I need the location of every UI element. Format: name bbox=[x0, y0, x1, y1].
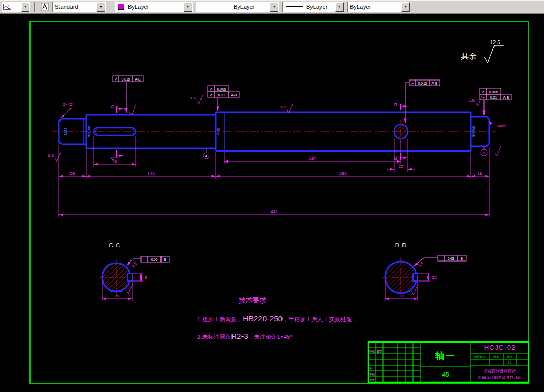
roughness-3-2-a: 3.2 bbox=[123, 107, 129, 112]
text-style-combo[interactable]: Standard ▼ bbox=[52, 2, 106, 12]
fcf-datum: B bbox=[461, 257, 463, 260]
tech-line2-suffix: ，未注倒角1×45° bbox=[248, 334, 293, 340]
title-block-row-label: 审核 bbox=[369, 373, 375, 376]
section-d-label-top: D bbox=[394, 102, 398, 107]
fcf-symbol: = bbox=[143, 258, 145, 262]
drawing-frame bbox=[30, 21, 529, 383]
fcf-datum: B bbox=[164, 258, 166, 262]
styles-properties-toolbar: ▼ Standard ▼ ByLayer ▼ ByLayer ▼ ByLayer bbox=[0, 0, 544, 14]
general-note-value: 12.5 bbox=[490, 39, 500, 45]
tolerance-frame-texts: ↗ 0.015 A-B ↗ 0.005 ↗ 0.01 A-B ↗ 0.015 A… bbox=[114, 77, 509, 262]
fcf-datum: A-B bbox=[135, 77, 141, 81]
sheet-icon bbox=[2, 4, 13, 11]
roughness-1-6-right: 1.6 bbox=[469, 98, 475, 103]
cad-window: ▼ Standard ▼ ByLayer ▼ ByLayer ▼ ByLayer bbox=[0, 0, 544, 392]
plotstyle-combo[interactable]: ByLayer ▼ bbox=[347, 2, 410, 12]
dim-thread: M24 bbox=[64, 128, 67, 135]
dim-phi35: Φ35k6 bbox=[472, 126, 476, 137]
section-dd-title: D-D bbox=[395, 242, 407, 248]
datum-a-label: A bbox=[205, 154, 208, 158]
general-note-label: 其余 bbox=[461, 52, 477, 61]
dropdown-arrow-icon[interactable]: ▼ bbox=[401, 2, 410, 12]
dropdown-arrow-icon[interactable]: ▼ bbox=[21, 2, 29, 12]
lineweight-value: ByLayer bbox=[304, 4, 329, 10]
scale-label: 比例 bbox=[507, 355, 513, 359]
tech-requirement-line-2: 2.未标注圆角R2-3，未注倒角1×45° bbox=[197, 331, 293, 340]
dim-phi30: Φ30k6 bbox=[87, 126, 91, 137]
section-c-label-top: C bbox=[111, 104, 115, 109]
dropdown-arrow-icon[interactable]: ▼ bbox=[335, 2, 344, 12]
plotstyle-value: ByLayer bbox=[348, 4, 373, 10]
dim-phi45: Φ45 bbox=[217, 128, 220, 135]
dropdown-arrow-icon[interactable]: ▼ bbox=[270, 2, 278, 12]
section-dd-width-dim: 37 bbox=[399, 294, 404, 298]
fcf-tolerance: 0.08 bbox=[448, 257, 455, 260]
lineweight-combo[interactable]: ByLayer ▼ bbox=[282, 2, 344, 12]
tech-line1-prefix: 1.粗加工后调质， bbox=[197, 316, 243, 323]
linetype-sample-icon bbox=[199, 7, 230, 7]
title-block-row-label: 处数 bbox=[377, 349, 382, 353]
tech-requirements-title: 技术要求 bbox=[238, 296, 266, 304]
roughness-6-3: 6.3 bbox=[48, 153, 54, 158]
section-d-label-bottom: D bbox=[394, 156, 398, 161]
title-block-row-label: 设计 bbox=[369, 367, 375, 370]
fcf-datum: A-B bbox=[503, 96, 509, 99]
section-dd-roughness: 3.2 bbox=[417, 260, 424, 268]
roughness-3-2-b: 3.2 bbox=[280, 105, 286, 109]
dim-441: 441 bbox=[270, 209, 278, 214]
tolerance-frames bbox=[113, 76, 511, 266]
roughness-1-6-left: 1.6 bbox=[190, 96, 196, 100]
tech-line2-prefix: 2.未标注圆角 bbox=[197, 334, 231, 340]
fcf-tolerance: 0.005 bbox=[489, 90, 498, 94]
fcf-tolerance: 0.01 bbox=[218, 93, 225, 97]
general-roughness-note: 其余 12.5 bbox=[461, 39, 504, 63]
section-view-cc: C-C 26 8 3.2 bbox=[99, 242, 147, 301]
roughness-symbol-icon bbox=[484, 45, 504, 63]
text-style-icon[interactable] bbox=[39, 2, 51, 12]
linetype-value: ByLayer bbox=[231, 4, 257, 10]
fcf-symbol: = bbox=[440, 257, 442, 260]
title-block-row-label: 批准 bbox=[369, 378, 375, 382]
fcf-tolerance: 0.015 bbox=[122, 77, 130, 81]
organization-line-2: 机械设计制造及其自动化 bbox=[478, 375, 522, 380]
section-cc-width-dim: 26 bbox=[115, 294, 119, 298]
color-combo[interactable]: ByLayer ▼ bbox=[115, 2, 193, 12]
fcf-symbol: ↗ bbox=[411, 82, 414, 85]
text-style-value: Standard bbox=[53, 4, 80, 10]
dropdown-arrow-icon[interactable]: ▼ bbox=[184, 2, 192, 12]
dim-28: 28 bbox=[70, 171, 75, 176]
dim-280: 280 bbox=[339, 171, 347, 176]
chamfer-right-label: 2×45° bbox=[495, 124, 506, 128]
shaft-drawing: M24 Φ30k6 Φ45 Φ35k6 bbox=[0, 14, 544, 392]
section-view-dd: D-D 37 12 3.2 bbox=[382, 242, 437, 301]
tech-line1-suffix: ，半精加工后人工实效处理； bbox=[283, 316, 358, 323]
named-view-combo[interactable]: ▼ bbox=[2, 2, 30, 12]
fcf-tolerance: 0.01 bbox=[490, 96, 497, 99]
color-swatch-icon bbox=[118, 4, 124, 10]
fcf-symbol: ↗ bbox=[114, 77, 117, 81]
dim-187: 187 bbox=[309, 156, 316, 161]
section-dd-keyway-dim: 12 bbox=[432, 275, 437, 280]
linetype-combo[interactable]: ByLayer ▼ bbox=[196, 2, 279, 12]
section-cc-title: C-C bbox=[109, 242, 121, 248]
fcf-tolerance: 0.06 bbox=[151, 258, 158, 262]
fcf-datum: A-B bbox=[432, 82, 438, 85]
toolbar-separator bbox=[34, 2, 36, 12]
title-block: 轴一 45 HCJC-02 阶段标记 重量 比例 1:1 机械设计课程设计 机械… bbox=[368, 342, 529, 383]
tech-line1-hardness: HB220-250 bbox=[243, 314, 283, 323]
fcf-symbol: ↗ bbox=[481, 90, 484, 94]
stage-label: 阶段标记 bbox=[474, 355, 486, 359]
drawing-number: HCJC-02 bbox=[484, 344, 516, 351]
scale-value: 1:1 bbox=[508, 361, 512, 364]
color-value: ByLayer bbox=[126, 4, 151, 10]
dropdown-arrow-icon[interactable]: ▼ bbox=[97, 2, 105, 12]
dim-18: 18 bbox=[478, 171, 482, 176]
lineweight-sample-icon bbox=[286, 6, 303, 7]
fcf-symbol: ↗ bbox=[209, 93, 212, 97]
part-name: 轴一 bbox=[435, 351, 456, 361]
dim-146: 146 bbox=[147, 171, 155, 176]
centerlines bbox=[52, 120, 496, 143]
fcf-tolerance: 0.005 bbox=[217, 87, 226, 91]
drawing-canvas[interactable]: M24 Φ30k6 Φ45 Φ35k6 bbox=[0, 14, 544, 392]
dim-22: 22 bbox=[399, 164, 404, 169]
